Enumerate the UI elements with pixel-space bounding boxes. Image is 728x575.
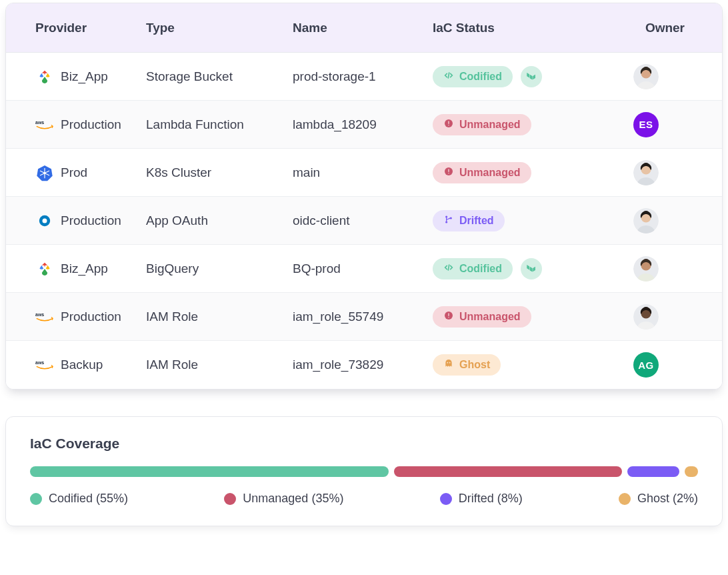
- column-header-provider[interactable]: Provider: [6, 21, 146, 35]
- cell-status: Unmanaged: [433, 306, 599, 328]
- cell-provider: Prod: [6, 163, 146, 182]
- terraform-icon[interactable]: [521, 258, 542, 279]
- status-badge-drifted[interactable]: Drifted: [433, 210, 505, 231]
- status-badge-codified[interactable]: Codified: [433, 258, 513, 279]
- table-header-row: Provider Type Name IaC Status Owner: [6, 3, 722, 53]
- ghost-icon: [443, 358, 454, 372]
- svg-rect-38: [448, 313, 449, 316]
- legend-item-drifted[interactable]: Drifted (8%): [440, 492, 523, 506]
- svg-rect-39: [448, 317, 449, 318]
- drifted-icon: [443, 214, 454, 227]
- status-badge-unmanaged[interactable]: Unmanaged: [433, 162, 531, 183]
- status-badge-label: Unmanaged: [459, 167, 521, 179]
- coverage-bar: [30, 466, 698, 477]
- cell-owner: [599, 160, 722, 185]
- codified-icon: [443, 70, 454, 83]
- legend-item-unmanaged[interactable]: Unmanaged (35%): [224, 492, 343, 506]
- aws-provider-icon: aws: [35, 308, 54, 326]
- svg-rect-19: [448, 169, 449, 172]
- cell-name: iam_role_55749: [293, 310, 433, 324]
- legend-dot-icon: [619, 493, 631, 505]
- cell-provider: Production: [6, 211, 146, 230]
- cell-name: prod-storage-1: [293, 69, 433, 84]
- svg-marker-32: [533, 266, 535, 271]
- status-badge-codified[interactable]: Codified: [433, 66, 513, 87]
- cell-status: Ghost: [433, 354, 599, 376]
- coverage-segment-ghost[interactable]: [685, 466, 698, 477]
- table-row[interactable]: Prod K8s Cluster main Unmanaged: [6, 149, 722, 197]
- svg-point-26: [445, 221, 447, 223]
- coverage-segment-drifted[interactable]: [627, 466, 679, 477]
- cell-name: BQ-prod: [293, 261, 433, 276]
- cell-status: Unmanaged: [433, 162, 599, 183]
- coverage-legend: Codified (55%)Unmanaged (35%)Drifted (8%…: [30, 492, 698, 506]
- unmanaged-icon: [443, 166, 454, 179]
- owner-avatar-initials[interactable]: AG: [633, 352, 659, 378]
- status-badge-label: Unmanaged: [459, 119, 521, 131]
- table-row[interactable]: Production App OAuth oidc-client Drifted: [6, 197, 722, 245]
- owner-avatar[interactable]: [633, 160, 659, 185]
- column-header-owner[interactable]: Owner: [599, 21, 722, 35]
- status-badge-unmanaged[interactable]: Unmanaged: [433, 306, 531, 328]
- legend-item-ghost[interactable]: Ghost (2%): [619, 492, 698, 506]
- table-row[interactable]: aws Production Lambda Function lambda_18…: [6, 101, 722, 149]
- owner-avatar[interactable]: [633, 64, 659, 89]
- legend-label: Ghost (2%): [637, 492, 698, 506]
- owner-avatar[interactable]: [633, 304, 659, 330]
- table-row[interactable]: aws Production IAM Role iam_role_55749 U…: [6, 293, 722, 341]
- cell-owner: [599, 64, 722, 89]
- terraform-icon[interactable]: [521, 66, 542, 87]
- cell-owner: [599, 208, 722, 233]
- svg-rect-8: [448, 121, 449, 124]
- svg-point-24: [43, 218, 47, 223]
- cell-name: lambda_18209: [293, 117, 433, 132]
- legend-item-codified[interactable]: Codified (55%): [30, 492, 128, 506]
- iac-coverage-card: IaC Coverage Codified (55%)Unmanaged (35…: [5, 416, 723, 526]
- coverage-segment-unmanaged[interactable]: [394, 466, 622, 477]
- table-body: Biz_App Storage Bucket prod-storage-1 Co…: [6, 53, 722, 389]
- provider-label: Biz_App: [61, 69, 108, 84]
- gcp-provider-icon: [35, 67, 54, 86]
- status-badge-label: Codified: [459, 263, 502, 275]
- legend-label: Codified (55%): [49, 492, 128, 506]
- provider-label: Prod: [61, 165, 87, 180]
- legend-dot-icon: [30, 493, 42, 505]
- coverage-segment-codified[interactable]: [30, 466, 389, 477]
- cell-name: main: [293, 165, 433, 180]
- cell-owner: AG: [599, 352, 722, 378]
- cell-provider: aws Production: [6, 308, 146, 326]
- cell-name: oidc-client: [293, 213, 433, 228]
- cell-provider: aws Backup: [6, 356, 146, 374]
- k8s-provider-icon: [35, 163, 54, 182]
- resource-table: Provider Type Name IaC Status Owner Biz_…: [6, 3, 722, 389]
- cell-type: IAM Role: [146, 310, 293, 324]
- legend-label: Drifted (8%): [459, 492, 523, 506]
- svg-marker-0: [527, 73, 529, 78]
- svg-rect-9: [448, 125, 449, 125]
- column-header-status[interactable]: IaC Status: [433, 21, 599, 35]
- svg-text:aws: aws: [35, 119, 44, 124]
- cell-status: Codified: [433, 66, 599, 87]
- cell-provider: aws Production: [6, 115, 146, 134]
- status-badge-unmanaged[interactable]: Unmanaged: [433, 114, 531, 135]
- cell-type: K8s Cluster: [146, 165, 293, 180]
- table-row[interactable]: aws Backup IAM Role iam_role_73829 Ghost…: [6, 341, 722, 389]
- coverage-title: IaC Coverage: [30, 436, 698, 452]
- status-badge-ghost[interactable]: Ghost: [433, 354, 501, 376]
- aws-provider-icon: aws: [35, 356, 54, 374]
- provider-label: Biz_App: [61, 261, 108, 276]
- owner-avatar-initials[interactable]: ES: [633, 112, 659, 137]
- owner-avatar[interactable]: [633, 256, 659, 281]
- cell-provider: Biz_App: [6, 67, 146, 86]
- column-header-name[interactable]: Name: [293, 21, 433, 35]
- cell-provider: Biz_App: [6, 259, 146, 278]
- cell-name: iam_role_73829: [293, 358, 433, 372]
- table-row[interactable]: Biz_App Storage Bucket prod-storage-1 Co…: [6, 53, 722, 101]
- table-row[interactable]: Biz_App BigQuery BQ-prod Codified: [6, 245, 722, 293]
- provider-label: Production: [61, 117, 121, 132]
- owner-avatar[interactable]: [633, 208, 659, 233]
- column-header-type[interactable]: Type: [146, 21, 293, 35]
- codified-icon: [443, 262, 454, 275]
- svg-point-43: [447, 362, 448, 364]
- cell-status: Unmanaged: [433, 114, 599, 135]
